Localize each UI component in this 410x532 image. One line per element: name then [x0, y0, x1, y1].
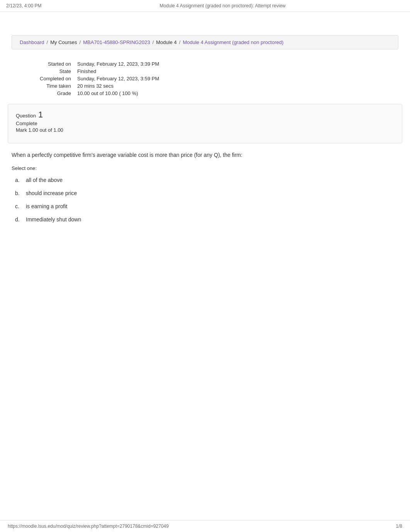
question-number: 1 [38, 110, 43, 119]
breadcrumb-my-courses: My Courses [50, 39, 77, 45]
option-b-text: should increase price [26, 190, 77, 196]
question-label: Question [16, 113, 36, 119]
value-completed-on: Sunday, February 12, 2023, 3:59 PM [77, 76, 387, 82]
option-b-letter: b. [15, 190, 23, 196]
option-a-letter: a. [15, 177, 23, 183]
answer-option-c[interactable]: c. is earning a profit [12, 201, 398, 212]
breadcrumb-sep-2: / [80, 39, 81, 45]
question-text: When a perfectly competitive firm's aver… [12, 151, 398, 159]
breadcrumb-assignment[interactable]: Module 4 Assignment (graded non proctore… [183, 39, 283, 45]
question-mark: Mark 1.00 out of 1.00 [16, 127, 394, 133]
breadcrumb-dashboard[interactable]: Dashboard [20, 39, 44, 45]
label-state: State [23, 68, 77, 74]
breadcrumb: Dashboard / My Courses / MBA701-45880-SP… [12, 35, 398, 49]
datetime: 2/12/23, 4:00 PM [6, 3, 41, 8]
option-c-text: is earning a profit [26, 203, 67, 209]
breadcrumb-course[interactable]: MBA701-45880-SPRING2023 [83, 39, 150, 45]
question-status: Complete [16, 121, 394, 126]
question-header: Question 1 [16, 110, 394, 119]
answer-option-d[interactable]: d. Immediately shut down [12, 214, 398, 225]
answer-options: a. all of the above b. should increase p… [12, 174, 398, 225]
option-d-text: Immediately shut down [26, 216, 81, 223]
label-completed-on: Completed on [23, 76, 77, 82]
top-bar: 2/12/23, 4:00 PM Module 4 Assignment (gr… [0, 0, 410, 12]
value-grade: 10.00 out of 10.00 ( 100 %) [77, 90, 387, 96]
breadcrumb-sep-3: / [152, 39, 154, 45]
answer-option-b[interactable]: b. should increase price [12, 187, 398, 199]
label-started-on: Started on [23, 61, 77, 67]
breadcrumb-sep-1: / [47, 39, 48, 45]
value-state: Finished [77, 68, 387, 74]
select-one-label: Select one: [12, 165, 398, 171]
question-block: Question 1 Complete Mark 1.00 out of 1.0… [8, 104, 402, 143]
label-time-taken: Time taken [23, 83, 77, 89]
breadcrumb-module4: Module 4 [156, 39, 176, 45]
label-grade: Grade [23, 90, 77, 96]
answer-option-a[interactable]: a. all of the above [12, 174, 398, 186]
value-started-on: Sunday, February 12, 2023, 3:39 PM [77, 61, 387, 67]
breadcrumb-sep-4: / [179, 39, 181, 45]
option-a-text: all of the above [26, 177, 63, 183]
option-d-letter: d. [15, 216, 23, 223]
page-title: Module 4 Assignment (graded non proctore… [160, 3, 286, 8]
option-c-letter: c. [15, 203, 23, 209]
summary-section: Started on Sunday, February 12, 2023, 3:… [23, 61, 387, 96]
value-time-taken: 20 mins 32 secs [77, 83, 387, 89]
